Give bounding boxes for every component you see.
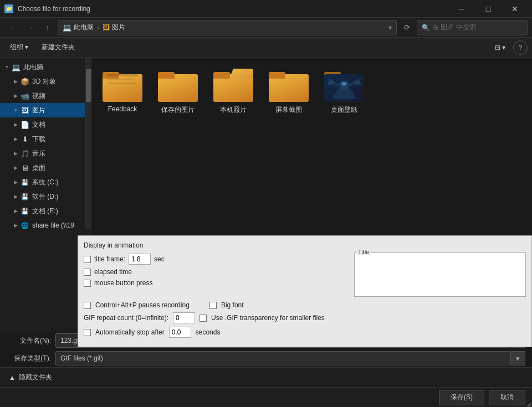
gif-repeat-row: GIF repeat count (0=infinite): Use .GIF … (84, 312, 526, 323)
auto-stop-label: Automatically stop after (95, 328, 165, 336)
sidebar-item-3d[interactable]: ▶ 📦 3D 对象 (0, 74, 91, 89)
mouse-button-label: mouse button press (94, 279, 152, 287)
address-computer: 💻 (63, 23, 71, 32)
arrow-docs: ▶ (11, 120, 20, 129)
folder-local-label: 本机照片 (211, 105, 255, 115)
resize-corner[interactable]: ◢ (525, 400, 532, 407)
bottom-bar: ▲ 隐藏文件夹 (0, 367, 532, 387)
auto-stop-checkbox[interactable] (84, 329, 91, 336)
folder-wallpaper[interactable]: 桌面壁纸 (322, 66, 366, 117)
sidebar-item-pictures[interactable]: ▾ 🖼 图片 (0, 103, 91, 117)
icon-docs: 📄 (20, 120, 30, 129)
control-alt-p-checkbox[interactable] (84, 302, 91, 309)
sidebar-item-share[interactable]: ▶ 🌐 share file (\\19 (0, 218, 91, 233)
back-button[interactable]: ← (4, 20, 20, 35)
address-computer-label: 此电脑 (74, 23, 94, 32)
elapsed-time-label: elapsed time (94, 268, 132, 276)
refresh-button[interactable]: ⟳ (399, 20, 415, 35)
sidebar-item-c-drive[interactable]: ▶ 💾 系统 (C:) (0, 175, 91, 189)
filetype-input[interactable]: GIF files (*.gif) (55, 351, 511, 365)
title-frame-input[interactable] (129, 254, 151, 265)
sidebar-item-video[interactable]: ▶ 📹 视频 (0, 89, 91, 103)
sidebar-scrollbar-thumb (86, 69, 91, 102)
title-frame-label: title frame: (94, 255, 125, 263)
filename-label: 文件名(N): (7, 336, 51, 346)
hide-folder-icon: ▲ (9, 374, 16, 382)
label-3d: 3D 对象 (32, 77, 56, 86)
address-folder-icon: 🖼 (103, 23, 110, 32)
new-folder-button[interactable]: 新建文件夹 (36, 40, 80, 55)
title-textbox[interactable]: Title (354, 253, 526, 297)
sidebar-item-downloads[interactable]: ▶ ⬇ 下载 (0, 132, 91, 146)
window-controls: ─ □ ✕ (449, 0, 528, 18)
label-downloads: 下载 (32, 135, 45, 144)
hide-folder-button[interactable]: ▲ 隐藏文件夹 (9, 373, 52, 382)
use-gif-transparency-checkbox[interactable] (200, 315, 207, 322)
folder-feedback-icon (103, 69, 142, 102)
search-box[interactable]: 🔍 在 图片 中搜索 (417, 20, 528, 35)
save-button[interactable]: 保存(S) (439, 390, 484, 405)
maximize-button[interactable]: □ (475, 0, 501, 18)
auto-stop-input[interactable] (169, 327, 191, 338)
settings-left: title frame: sec elapsed time mouse butt… (84, 254, 345, 297)
bottom-panel: 保存(S) 取消 ◢ (0, 387, 532, 407)
view-button[interactable]: ⊟ ▾ (489, 40, 511, 55)
label-pictures: 图片 (32, 106, 45, 115)
big-font-label: Big font (221, 301, 244, 309)
arrow-music: ▶ (11, 149, 20, 158)
icon-share: 🌐 (20, 221, 30, 230)
auto-stop-row: Automatically stop after seconds (84, 327, 526, 338)
icon-e-drive: 💾 (20, 207, 30, 215)
sidebar-item-desktop[interactable]: ▶ 🖥 桌面 (0, 161, 91, 175)
gif-repeat-input[interactable] (173, 312, 195, 323)
filetype-label: 保存类型(T): (7, 354, 51, 363)
title-frame-checkbox[interactable] (84, 256, 91, 263)
folder-local-photos[interactable]: 本机照片 (211, 66, 255, 117)
sidebar-item-computer[interactable]: ▾ 💻 此电脑 (0, 60, 91, 74)
search-icon: 🔍 (422, 24, 430, 32)
label-c-drive: 系统 (C:) (32, 178, 58, 187)
folder-screenshots-icon (269, 69, 309, 102)
folder-screenshots[interactable]: 屏幕截图 (267, 66, 311, 117)
label-music: 音乐 (32, 149, 45, 158)
settings-panel: Display in animation title frame: sec el… (78, 235, 532, 347)
title-frame-unit: sec (154, 255, 165, 263)
filetype-dropdown[interactable]: ▾ (511, 351, 525, 365)
label-computer: 此电脑 (23, 63, 43, 72)
up-button[interactable]: ↑ (40, 20, 55, 35)
sidebar-item-docs[interactable]: ▶ 📄 文档 (0, 117, 91, 132)
minimize-button[interactable]: ─ (449, 0, 474, 18)
auto-stop-unit: seconds (196, 328, 221, 336)
organize-button[interactable]: 组织 ▾ (4, 40, 34, 55)
sidebar-item-music[interactable]: ▶ 🎵 音乐 (0, 146, 91, 161)
address-dropdown[interactable]: ▾ (388, 24, 392, 32)
cancel-button[interactable]: 取消 (489, 390, 525, 405)
arrow-3d: ▶ (11, 77, 20, 86)
title-textbox-label: Title (357, 249, 370, 255)
folder-local-icon (213, 69, 253, 102)
sidebar-item-d-drive[interactable]: ▶ 💾 软件 (D:) (0, 189, 91, 204)
action-bar: 组织 ▾ 新建文件夹 ⊟ ▾ ? (0, 38, 532, 58)
sidebar-item-e-drive[interactable]: ▶ 💾 文档 (E:) (0, 204, 91, 218)
help-button[interactable]: ? (513, 40, 528, 55)
folder-feedback[interactable]: Feedback (100, 66, 145, 115)
use-gif-transparency-label: Use .GIF transparency for smaller files (211, 314, 325, 322)
mouse-button-checkbox[interactable] (84, 280, 91, 287)
address-sep1: › (97, 24, 99, 32)
folder-feedback-label: Feedback (100, 105, 145, 113)
elapsed-time-row: elapsed time (84, 268, 345, 276)
address-bar[interactable]: 💻 此电脑 › 🖼 图片 ▾ (58, 20, 397, 35)
folder-screenshots-label: 屏幕截图 (267, 105, 311, 115)
icon-computer: 💻 (11, 63, 21, 71)
elapsed-time-checkbox[interactable] (84, 269, 91, 276)
control-alt-p-label: Control+Alt+P pauses recording (95, 301, 190, 309)
close-button[interactable]: ✕ (502, 0, 528, 18)
forward-button[interactable]: → (22, 20, 38, 35)
icon-d-drive: 💾 (20, 192, 30, 201)
icon-downloads: ⬇ (20, 135, 30, 143)
arrow-desktop: ▶ (11, 163, 20, 172)
big-font-checkbox[interactable] (209, 302, 217, 309)
sidebar-scrollbar[interactable] (85, 58, 91, 229)
folder-saved-pics[interactable]: 保存的图片 (156, 66, 200, 117)
filetype-row: 保存类型(T): GIF files (*.gif) ▾ (0, 349, 532, 367)
